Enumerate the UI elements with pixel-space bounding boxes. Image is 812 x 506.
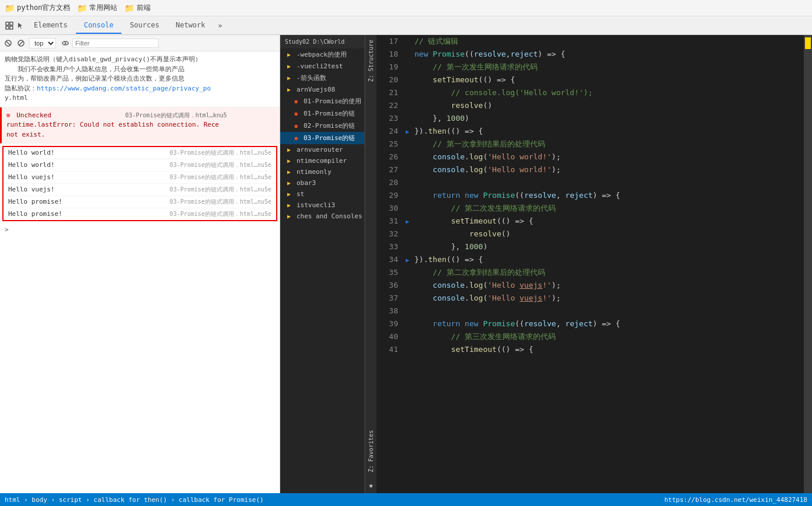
code-line[interactable]: }, 1000): [412, 112, 804, 125]
line-num[interactable]: 21: [381, 86, 398, 99]
tab-sources[interactable]: Sources: [121, 18, 168, 34]
code-line[interactable]: return new Promise((resolve, reject) => …: [412, 189, 804, 202]
file-item-obar3[interactable]: ▶ obar3: [280, 177, 364, 189]
tab-network[interactable]: Network: [168, 18, 214, 34]
line-num[interactable]: 39: [381, 317, 398, 330]
gutter-item: [403, 86, 412, 99]
line-num[interactable]: 28: [381, 176, 398, 189]
code-line[interactable]: // 链式编辑: [412, 35, 804, 48]
clear-console-icon[interactable]: [4, 39, 13, 48]
line-num[interactable]: 23: [381, 112, 398, 125]
line-num[interactable]: 35: [381, 266, 398, 279]
line-num[interactable]: 38: [381, 305, 398, 317]
privacy-link[interactable]: https://www.gwdang.com/static_page/priva…: [37, 85, 211, 92]
block-icon[interactable]: [16, 39, 26, 48]
devtools-header: Elements Console Sources Network »: [0, 16, 812, 35]
gutter-item: [403, 330, 412, 343]
code-line[interactable]: }).then(() => {: [412, 253, 804, 266]
code-line[interactable]: }, 1000): [412, 240, 804, 253]
code-line[interactable]: [412, 176, 804, 189]
code-line[interactable]: [412, 305, 804, 317]
file-item-promise01b[interactable]: ◼ 01-Promise的链: [280, 107, 364, 120]
code-line[interactable]: resolve(): [412, 99, 804, 112]
code-line[interactable]: // 第二次发生网络请求的代码: [412, 202, 804, 215]
log-source: 03-Promise的链式调用．html…nu5e: [170, 173, 271, 182]
line-num[interactable]: 31: [381, 215, 398, 228]
bookmark-common[interactable]: 📁 常用网站: [77, 3, 117, 13]
file-item-arrow[interactable]: ▶ -箭头函数: [280, 72, 364, 84]
line-num[interactable]: 17: [381, 35, 398, 48]
svg-line-8: [19, 41, 23, 45]
code-line[interactable]: console.log('Hello vuejs!');: [412, 292, 804, 305]
file-item-ntimeonly[interactable]: ▶ ntimeonly: [280, 166, 364, 177]
code-line[interactable]: console.log('Hello world!');: [412, 151, 804, 163]
code-line[interactable]: setTimeout(() => {: [412, 343, 804, 356]
line-num[interactable]: 27: [381, 163, 398, 176]
line-num[interactable]: 24: [381, 125, 398, 138]
code-line[interactable]: resolve(): [412, 228, 804, 240]
code-line[interactable]: // 第一次发生网络请求的代码: [412, 61, 804, 74]
file-item-promise01a[interactable]: ◼ 01-Promise的使用: [280, 95, 364, 107]
file-item-st[interactable]: ▶ st: [280, 189, 364, 200]
line-num[interactable]: 18: [381, 48, 398, 61]
code-line[interactable]: // 第三次发生网络请求的代码: [412, 330, 804, 343]
line-num[interactable]: 34: [381, 253, 398, 266]
file-item-vuerouter[interactable]: ▶ arnvuerouter: [280, 144, 364, 155]
line-num[interactable]: 26: [381, 151, 398, 163]
cursor-icon[interactable]: [16, 21, 26, 30]
line-num[interactable]: 22: [381, 99, 398, 112]
gutter-item: [403, 176, 412, 189]
filter-input[interactable]: [72, 39, 159, 48]
code-line[interactable]: // console.log('Hello world!');: [412, 86, 804, 99]
code-editor: 17 18 19 20 21 22 23 24 25 26 27 28 29 3…: [377, 35, 812, 493]
file-item-promise02[interactable]: ◼ 02-Promise的链: [280, 120, 364, 132]
console-messages: 购物觉隐私说明（键入disable_gwd_privacy()不再显示本声明） …: [0, 51, 280, 493]
file-item-istvuecli3[interactable]: ▶ istvuecli3: [280, 200, 364, 211]
vtab-structure[interactable]: Z: Structure: [366, 35, 376, 86]
code-line[interactable]: console.log('Hello world!');: [412, 163, 804, 176]
gutter-item: [403, 163, 412, 176]
line-num[interactable]: 19: [381, 61, 398, 74]
file-item-ches[interactable]: ▶ ches and Consoles: [280, 211, 364, 222]
line-num[interactable]: 30: [381, 202, 398, 215]
line-num[interactable]: 29: [381, 189, 398, 202]
line-num[interactable]: 36: [381, 279, 398, 292]
vtab-favorites[interactable]: Z: Favorites: [366, 425, 376, 477]
code-line[interactable]: setTimeout(() => {: [412, 215, 804, 228]
log-message: Hello vuejs!: [8, 186, 165, 194]
bookmark-python[interactable]: 📁 python官方文档: [5, 3, 70, 13]
log-message: Hello promise!: [8, 198, 165, 206]
line-num[interactable]: 20: [381, 74, 398, 86]
code-line[interactable]: // 第一次拿到结果后的处理代码: [412, 138, 804, 151]
console-cursor: >: [0, 224, 280, 236]
file-item-ntimecompiler[interactable]: ▶ ntimecompiler: [280, 155, 364, 166]
tab-elements[interactable]: Elements: [26, 18, 76, 34]
code-line[interactable]: return new Promise((resolve, reject) => …: [412, 317, 804, 330]
code-line[interactable]: setTimeout(() => {: [412, 74, 804, 86]
file-item-vuecli2[interactable]: ▶ -vuecli2test: [280, 61, 364, 72]
star-icon[interactable]: ★: [368, 477, 373, 493]
scroll-thumb[interactable]: [805, 37, 811, 49]
line-num[interactable]: 40: [381, 330, 398, 343]
line-num[interactable]: 25: [381, 138, 398, 151]
svg-rect-1: [10, 22, 13, 25]
error-text: Unchecked: [16, 111, 51, 119]
file-item-promise03[interactable]: ◼ 03-Promise的链: [280, 132, 364, 144]
code-line[interactable]: console.log('Hello vuejs!');: [412, 279, 804, 292]
inspect-icon[interactable]: [5, 21, 14, 30]
eye-icon[interactable]: [61, 39, 70, 48]
bookmark-frontend[interactable]: 📁 前端: [124, 3, 151, 13]
code-line[interactable]: new Promise((resolve,reject) => {: [412, 48, 804, 61]
scrollbar[interactable]: [804, 35, 812, 493]
file-item-vuejs08[interactable]: ▶ arnVuejs08: [280, 84, 364, 95]
code-line[interactable]: }).then(() => {: [412, 125, 804, 138]
line-num[interactable]: 41: [381, 343, 398, 356]
line-num[interactable]: 33: [381, 240, 398, 253]
code-line[interactable]: // 第二次拿到结果后的处理代码: [412, 266, 804, 279]
file-item-webpack[interactable]: ▶ -webpack的使用: [280, 48, 364, 61]
more-tabs-button[interactable]: »: [214, 18, 227, 33]
tab-console[interactable]: Console: [76, 18, 122, 34]
line-num[interactable]: 37: [381, 292, 398, 305]
context-select[interactable]: top: [29, 38, 56, 48]
line-num[interactable]: 32: [381, 228, 398, 240]
